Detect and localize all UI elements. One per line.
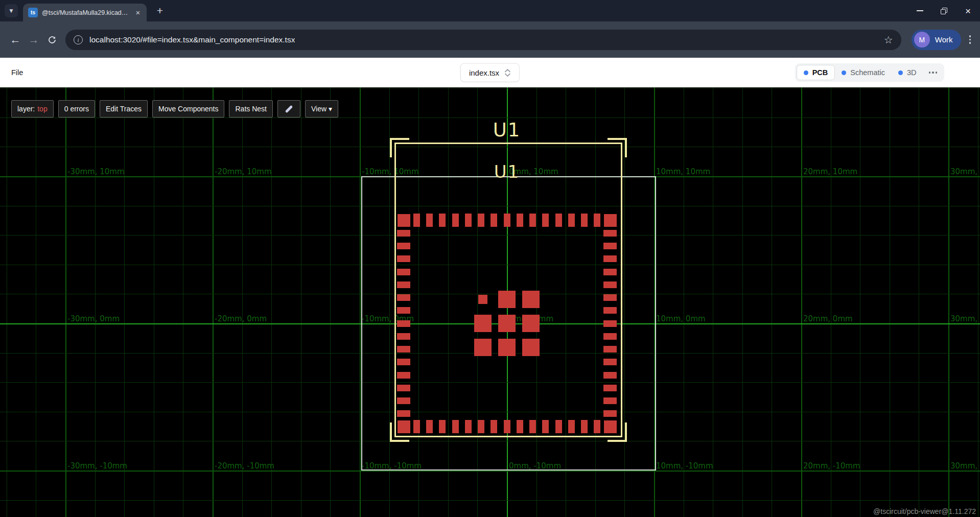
pcb-pad[interactable] — [603, 359, 617, 365]
pcb-pad[interactable] — [522, 291, 540, 308]
pcb-pad[interactable] — [474, 339, 492, 356]
edit-pencil-button[interactable] — [277, 100, 300, 118]
layer-button[interactable]: layer: top — [11, 100, 54, 118]
pcb-pad[interactable] — [517, 420, 523, 433]
pcb-pad[interactable] — [398, 420, 410, 433]
pcb-pad[interactable] — [504, 420, 510, 433]
tab-pcb[interactable]: PCB — [797, 65, 835, 80]
pcb-pad[interactable] — [594, 420, 600, 433]
pcb-pad[interactable] — [555, 420, 562, 433]
pcb-pad[interactable] — [398, 214, 410, 227]
pcb-pad[interactable] — [603, 294, 617, 301]
pcb-pad[interactable] — [413, 214, 420, 227]
pcb-pad[interactable] — [522, 315, 540, 332]
pcb-pad[interactable] — [452, 420, 459, 433]
pcb-pad[interactable] — [604, 420, 617, 433]
pcb-pad[interactable] — [568, 214, 575, 227]
pcb-pad[interactable] — [397, 333, 410, 340]
pcb-pad[interactable] — [542, 420, 549, 433]
pcb-pad[interactable] — [439, 214, 446, 227]
pcb-pad[interactable] — [603, 269, 617, 275]
edit-traces-button[interactable]: Edit Traces — [100, 100, 148, 118]
pcb-pad[interactable] — [397, 294, 410, 301]
pcb-pad[interactable] — [603, 307, 617, 314]
back-button[interactable]: ← — [6, 31, 25, 49]
pcb-pad[interactable] — [498, 339, 516, 356]
pcb-pad[interactable] — [603, 346, 617, 353]
pcb-pad[interactable] — [529, 214, 536, 227]
pcb-pad[interactable] — [504, 214, 510, 227]
pcb-pad[interactable] — [522, 339, 540, 356]
pcb-pad[interactable] — [603, 243, 617, 249]
pcb-pad[interactable] — [478, 420, 484, 433]
url-text[interactable]: localhost:3020/#file=index.tsx&main_comp… — [89, 35, 295, 44]
pcb-pad[interactable] — [397, 307, 410, 314]
pcb-pad[interactable] — [439, 420, 446, 433]
rats-nest-button[interactable]: Rats Nest — [229, 100, 272, 118]
pcb-pad[interactable] — [397, 359, 410, 365]
pcb-pad[interactable] — [397, 372, 410, 379]
browser-tab[interactable]: ts @tsci/MustafaMulla29.kicad-lib × — [23, 4, 147, 21]
pcb-canvas[interactable]: -30mm, 10mm-20mm, 10mm-10mm, 10mm0mm, 10… — [0, 87, 980, 517]
pcb-pad[interactable] — [397, 346, 410, 353]
window-minimize-button[interactable] — [908, 0, 932, 21]
pcb-pad[interactable] — [413, 420, 420, 433]
pcb-pad[interactable] — [603, 385, 617, 391]
browser-menu-button[interactable] — [966, 32, 974, 47]
forward-button[interactable]: → — [25, 31, 43, 49]
pcb-pad[interactable] — [397, 255, 410, 262]
pcb-pad[interactable] — [603, 320, 617, 327]
pcb-pad[interactable] — [397, 281, 410, 288]
pcb-pad[interactable] — [498, 315, 516, 332]
profile-button[interactable]: M Work — [912, 30, 961, 50]
pcb-pad[interactable] — [603, 397, 617, 404]
more-views-button[interactable] — [923, 72, 943, 74]
errors-button[interactable]: 0 errors — [58, 100, 95, 118]
window-restore-button[interactable] — [932, 0, 956, 21]
pcb-pad[interactable] — [426, 214, 433, 227]
pcb-pad[interactable] — [542, 214, 549, 227]
pcb-pad[interactable] — [529, 420, 536, 433]
pcb-pad[interactable] — [397, 320, 410, 327]
pcb-pad[interactable] — [603, 230, 617, 237]
tab-3d[interactable]: 3D — [892, 65, 923, 80]
window-close-button[interactable]: × — [956, 0, 980, 21]
pcb-pad[interactable] — [397, 269, 410, 275]
pcb-pad[interactable] — [555, 214, 562, 227]
pcb-pad[interactable] — [478, 214, 484, 227]
file-selector-dropdown[interactable]: index.tsx — [460, 63, 520, 82]
pcb-pad[interactable] — [397, 230, 410, 237]
pcb-pad[interactable] — [603, 372, 617, 379]
pcb-pad[interactable] — [397, 385, 410, 391]
pcb-pad[interactable] — [452, 214, 459, 227]
new-tab-button[interactable]: + — [153, 4, 167, 18]
pcb-pad[interactable] — [426, 420, 433, 433]
pcb-pad[interactable] — [478, 295, 487, 304]
file-menu[interactable]: File — [11, 68, 23, 77]
pcb-pad[interactable] — [491, 420, 497, 433]
pcb-pad[interactable] — [474, 315, 492, 332]
pcb-pad[interactable] — [581, 214, 588, 227]
site-info-icon[interactable]: i — [74, 35, 83, 44]
pcb-pad[interactable] — [581, 420, 588, 433]
pcb-pad[interactable] — [465, 420, 472, 433]
pcb-pad[interactable] — [465, 214, 472, 227]
reload-button[interactable] — [43, 31, 61, 49]
pcb-pad[interactable] — [604, 214, 617, 227]
url-bar[interactable]: i localhost:3020/#file=index.tsx&main_co… — [65, 30, 901, 50]
pcb-pad[interactable] — [397, 410, 410, 417]
tab-close-icon[interactable]: × — [133, 8, 143, 17]
pcb-pad[interactable] — [397, 397, 410, 404]
pcb-pad[interactable] — [568, 420, 575, 433]
pcb-pad[interactable] — [603, 255, 617, 262]
pcb-pad[interactable] — [517, 214, 523, 227]
pcb-pad[interactable] — [603, 281, 617, 288]
pcb-pad[interactable] — [603, 410, 617, 417]
pcb-pad[interactable] — [603, 333, 617, 340]
pcb-pad[interactable] — [397, 243, 410, 249]
view-dropdown-button[interactable]: View ▾ — [305, 100, 338, 118]
pcb-pad[interactable] — [498, 291, 516, 308]
move-components-button[interactable]: Move Components — [152, 100, 225, 118]
bookmark-star-icon[interactable]: ☆ — [884, 34, 893, 46]
tab-schematic[interactable]: Schematic — [835, 65, 892, 80]
